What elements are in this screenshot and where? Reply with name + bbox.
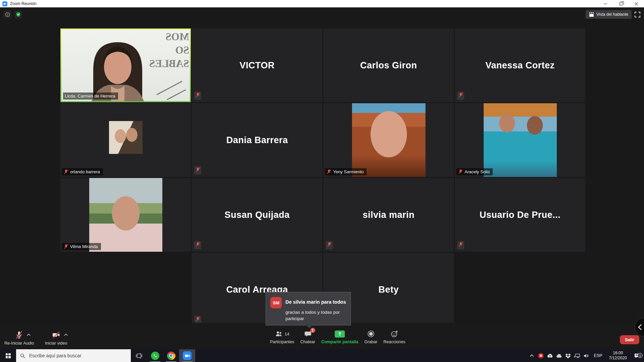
window-titlebar: Zoom Reunión <box>0 0 644 7</box>
clock-date: 7/12/2020 <box>609 356 627 360</box>
participant-tile-yeny[interactable]: Yeny Sarmiento <box>323 103 454 177</box>
taskbar-search[interactable] <box>16 349 131 362</box>
reactions-label: Reacciones <box>383 340 405 344</box>
zoom-icon <box>183 351 192 360</box>
speaker-view-icon <box>589 12 594 17</box>
muted-mic-icon <box>64 244 68 249</box>
share-screen-label: Compartir pantalla <box>321 340 358 344</box>
record-icon <box>367 330 375 338</box>
video-button-label: Iniciar video <box>45 341 67 346</box>
participant-tile-vilma[interactable]: Vilma Miranda <box>60 178 191 252</box>
minimize-button[interactable] <box>598 0 613 7</box>
taskbar-whatsapp-button[interactable] <box>147 349 163 362</box>
fullscreen-icon <box>635 12 640 17</box>
taskbar-clock[interactable]: 16:00 7/12/2020 <box>607 351 629 361</box>
close-button[interactable] <box>629 0 644 7</box>
action-center-button[interactable]: 1 <box>632 353 642 359</box>
tray-onedrive-button[interactable] <box>556 353 562 359</box>
search-icon <box>20 353 25 358</box>
meeting-info-button[interactable] <box>3 10 11 18</box>
reactions-icon <box>390 330 398 338</box>
participant-tile-orlando[interactable]: orlando barrera <box>60 103 191 177</box>
task-view-button[interactable] <box>131 349 147 362</box>
muted-mic-icon <box>457 92 464 100</box>
participant-name: Carlos Giron <box>323 28 454 102</box>
record-button[interactable]: Grabar <box>361 329 380 344</box>
muted-mic-icon <box>194 92 201 100</box>
cloud-upload-icon <box>547 353 553 358</box>
meeting-area: Vista del hablante MOS SO SABLES Li <box>0 7 644 349</box>
tray-dropbox-button[interactable] <box>565 353 571 359</box>
participant-name-label: Aracely Solis <box>457 168 493 175</box>
chat-notification-popup[interactable]: SM De silvia marin para todos gracias a … <box>266 292 351 325</box>
fullscreen-button[interactable] <box>634 11 641 18</box>
participant-name: Dania Barrera <box>192 103 322 177</box>
participant-name: Susan Quijada <box>192 178 322 252</box>
chat-label: Chatear <box>300 340 315 344</box>
participant-tile-silvia[interactable]: silvia marin <box>323 178 454 252</box>
participant-tile-carmen[interactable]: MOS SO SABLES Licda. Carmen de Herrera <box>60 28 191 102</box>
participant-tile-dania[interactable]: Dania Barrera <box>192 103 322 177</box>
windows-logo-icon <box>6 353 11 358</box>
display-network-icon <box>574 353 580 358</box>
participant-tile-carlos[interactable]: Carlos Giron <box>323 28 454 102</box>
system-tray: M ESP <box>529 349 644 362</box>
taskbar-chrome-button[interactable] <box>163 349 179 362</box>
chevron-up-icon <box>530 354 534 357</box>
mcafee-icon: M <box>538 353 544 359</box>
participants-icon <box>275 330 283 338</box>
participant-photo <box>484 103 557 177</box>
chat-unread-badge: 1 <box>310 328 315 333</box>
participant-name-label: Licda. Carmen de Herrera <box>63 93 118 100</box>
participant-name-label: Vilma Miranda <box>62 243 101 250</box>
chat-popup-title: De silvia marin para todos <box>285 299 346 305</box>
start-video-button[interactable]: Iniciar video <box>34 330 78 346</box>
audio-options-caret[interactable] <box>26 331 31 338</box>
chat-popup-message: gracias a todos y todas por participar <box>285 309 346 322</box>
participant-name: VICTOR <box>192 28 322 102</box>
tray-mcafee-button[interactable]: M <box>538 353 544 359</box>
share-screen-button[interactable]: Compartir pantalla <box>318 329 361 344</box>
close-icon <box>635 2 638 6</box>
video-options-caret[interactable] <box>64 331 68 338</box>
participant-tile-vanessa[interactable]: Vanessa Cortez <box>455 28 585 102</box>
chat-button[interactable]: 1 Chatear <box>297 329 318 344</box>
participant-tile-susan[interactable]: Susan Quijada <box>192 178 322 252</box>
restore-icon <box>620 2 623 5</box>
person-silhouette <box>61 29 190 101</box>
participant-grid: MOS SO SABLES Licda. Carmen de Herrera V… <box>60 28 585 326</box>
taskbar-zoom-button[interactable] <box>179 349 195 362</box>
tray-expand-button[interactable] <box>529 353 535 359</box>
speaker-view-button[interactable]: Vista del hablante <box>586 10 632 19</box>
muted-mic-icon <box>194 241 201 249</box>
participants-button[interactable]: 14 Participantes <box>267 329 297 344</box>
tray-volume-button[interactable] <box>583 353 589 359</box>
chevron-left-icon <box>638 324 642 330</box>
tray-onedrive-upload-button[interactable] <box>547 353 553 359</box>
participant-tile-aracely[interactable]: Aracely Solis <box>455 103 585 177</box>
muted-mic-icon <box>64 169 68 174</box>
tray-network-button[interactable] <box>574 353 580 359</box>
dropbox-icon <box>565 353 571 358</box>
muted-mic-icon <box>327 169 331 174</box>
window-title: Zoom Reunión <box>10 1 37 6</box>
encryption-shield-button[interactable] <box>14 10 22 18</box>
start-button[interactable] <box>0 349 16 362</box>
participant-tile-usuario[interactable]: Usuario De Prue... <box>455 178 585 252</box>
language-indicator[interactable]: ESP <box>592 353 604 358</box>
reactions-button[interactable]: Reacciones <box>380 329 408 344</box>
muted-mic-icon <box>194 166 201 175</box>
task-view-icon <box>136 353 142 359</box>
participant-photo <box>352 103 425 177</box>
chat-sender-avatar: SM <box>270 297 282 308</box>
participants-label: Participantes <box>270 340 294 344</box>
participant-tile-victor[interactable]: VICTOR <box>192 28 322 102</box>
record-label: Grabar <box>364 340 377 344</box>
audio-button-label: Re-Iniciar Audio <box>4 341 34 346</box>
search-input[interactable] <box>29 353 119 359</box>
leave-meeting-button[interactable]: Salir <box>620 335 639 344</box>
restore-button[interactable] <box>613 0 629 7</box>
participant-photo <box>89 178 162 252</box>
participant-name: silvia marin <box>323 178 454 252</box>
participant-name-label: Yeny Sarmiento <box>325 168 367 175</box>
